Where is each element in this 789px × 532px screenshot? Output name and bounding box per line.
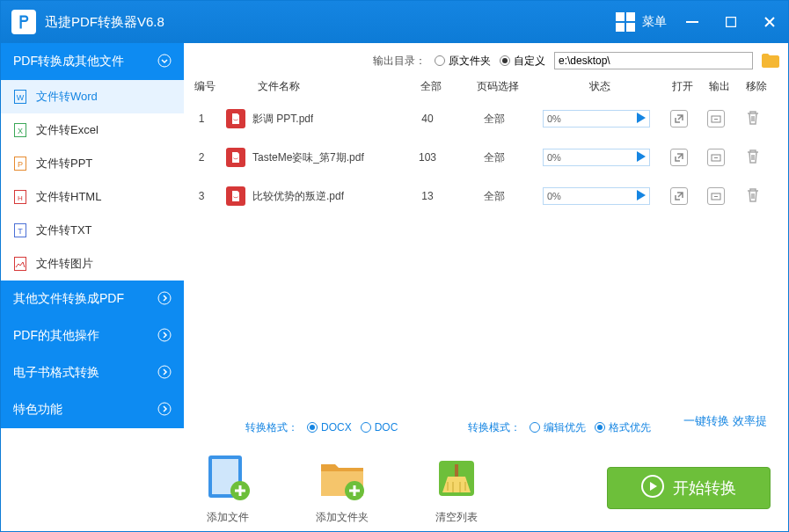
sidebar-item-txt[interactable]: T 文件转TXT [1,214,184,247]
header-all[interactable]: 全部 [402,79,460,94]
open-button[interactable] [670,187,688,205]
sidebar-item-ppt[interactable]: P 文件转PPT [1,147,184,180]
open-button[interactable] [670,149,688,166]
row-num: 2 [184,151,219,164]
delete-button[interactable] [746,116,760,128]
sidebar-category-pdf-ops[interactable]: PDF的其他操作 [1,317,184,354]
sidebar-item-html[interactable]: H 文件转HTML [1,180,184,214]
row-filename: TasteMe姿味_第7期.pdf [219,148,398,167]
radio-original-folder[interactable]: 原文件夹 [435,54,491,69]
table-header: 编号 文件名称 全部 页码选择 状态 打开 输出 移除 [184,73,788,99]
radio-format-priority[interactable]: 格式优先 [595,420,651,435]
menu-button[interactable]: 菜单 [616,12,667,32]
svg-rect-13 [15,258,26,271]
play-icon [641,475,664,502]
maximize-button[interactable] [723,14,739,30]
chevron-right-icon [157,402,172,419]
row-pagecount: 40 [398,113,457,125]
svg-point-2 [158,55,171,67]
sidebar-item-word[interactable]: W 文件转Word [1,80,184,113]
chevron-right-icon [157,328,172,345]
sidebar-category-ebook[interactable]: 电子书格式转换 [1,354,184,391]
row-page-select[interactable]: 全部 [457,189,532,204]
txt-icon: T [13,223,27,237]
svg-point-16 [158,366,171,378]
header-num: 编号 [187,79,223,94]
row-num: 1 [184,113,219,125]
radio-doc[interactable]: DOC [361,421,398,434]
app-title: 迅捷PDF转换器V6.8 [45,14,164,31]
row-page-select[interactable]: 全部 [457,112,532,127]
add-folder-button[interactable]: 添加文件夹 [316,452,369,525]
sidebar-item-excel[interactable]: X 文件转Excel [1,113,184,147]
svg-rect-0 [686,21,698,23]
row-num: 3 [184,190,219,202]
word-icon: W [13,90,27,104]
svg-rect-21 [714,157,718,158]
svg-text:X: X [18,127,23,135]
output-button[interactable] [707,110,725,128]
close-button[interactable] [762,14,778,30]
chevron-right-icon [157,365,172,382]
sidebar-category-pdf-to-other[interactable]: PDF转换成其他文件 [1,43,184,80]
row-progress[interactable]: 0% [543,110,650,128]
svg-point-17 [158,403,171,415]
svg-rect-23 [714,196,718,197]
output-button[interactable] [707,187,725,205]
radio-edit-priority[interactable]: 编辑优先 [530,420,586,435]
clear-list-button[interactable]: 清空列表 [430,452,483,525]
row-progress[interactable]: 0% [543,149,650,166]
ppt-icon: P [13,157,27,171]
row-page-select[interactable]: 全部 [457,150,532,165]
svg-text:P: P [18,160,23,169]
row-filename: 比较优势的叛逆.pdf [219,186,398,206]
chevron-right-icon [157,291,172,308]
play-icon [637,113,646,126]
open-button[interactable] [670,110,688,128]
svg-rect-29 [455,464,458,477]
header-del: 移除 [738,79,775,94]
output-dir-label: 输出目录： [373,54,426,69]
radio-docx[interactable]: DOCX [307,421,352,434]
minimize-button[interactable] [684,14,700,30]
add-file-button[interactable]: 添加文件 [201,452,254,525]
svg-rect-19 [714,119,718,120]
sidebar-category-other-to-pdf[interactable]: 其他文件转换成PDF [1,281,184,317]
header-out: 输出 [701,79,738,94]
grid-icon [616,12,635,32]
radio-custom-folder[interactable]: 自定义 [500,54,545,69]
pdf-icon [226,109,245,128]
image-icon [13,257,27,271]
sidebar-item-image[interactable]: 文件转图片 [1,247,184,281]
row-pagecount: 13 [398,190,457,202]
header-status: 状态 [536,79,664,94]
output-path-input[interactable] [554,52,753,69]
browse-folder-button[interactable] [762,54,779,68]
play-icon [637,151,646,164]
play-icon [637,190,646,203]
header-open: 打开 [664,79,701,94]
table-row: 2TasteMe姿味_第7期.pdf103全部0% [184,138,788,177]
file-rows: 1影调 PPT.pdf40全部0%2TasteMe姿味_第7期.pdf103全部… [184,99,788,215]
svg-text:H: H [18,194,23,202]
svg-rect-1 [727,18,736,27]
quick-convert-link[interactable]: 一键转换 效率提 [683,413,767,429]
row-filename: 影调 PPT.pdf [219,109,398,128]
sidebar-category-special[interactable]: 特色功能 [1,391,184,428]
row-progress[interactable]: 0% [543,187,650,205]
pdf-icon [226,148,245,167]
sidebar: PDF转换成其他文件 W 文件转Word X 文件转Excel P 文件转PPT… [1,43,184,532]
table-row: 3比较优势的叛逆.pdf13全部0% [184,177,788,215]
delete-button[interactable] [746,193,760,206]
svg-point-15 [158,329,171,341]
svg-text:W: W [17,93,25,102]
header-page: 页码选择 [460,79,536,94]
add-file-icon [201,452,254,505]
delete-button[interactable] [746,155,760,167]
output-dir-row: 输出目录： 原文件夹 自定义 [184,43,788,73]
add-folder-icon [316,452,369,505]
app-logo [11,10,36,34]
row-pagecount: 103 [398,151,457,164]
start-convert-button[interactable]: 开始转换 [607,467,771,509]
output-button[interactable] [707,149,725,166]
